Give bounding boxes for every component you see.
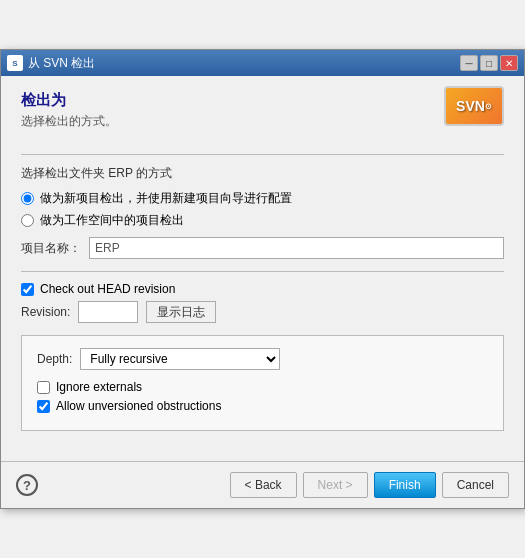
finish-button[interactable]: Finish (374, 472, 436, 498)
revision-input[interactable] (78, 301, 138, 323)
head-revision-label: Check out HEAD revision (40, 282, 175, 296)
depth-select[interactable]: Fully recursive Immediate children Only … (80, 348, 280, 370)
head-revision-row: Check out HEAD revision (21, 282, 504, 296)
header-area: 检出为 选择检出的方式。 SVN⊙ (21, 91, 504, 142)
next-button[interactable]: Next > (303, 472, 368, 498)
radio-option-2-label: 做为工作空间中的项目检出 (40, 212, 184, 229)
allow-unversioned-row: Allow unversioned obstructions (37, 399, 488, 413)
close-button[interactable]: ✕ (500, 55, 518, 71)
allow-unversioned-checkbox[interactable] (37, 400, 50, 413)
separator-2 (21, 271, 504, 272)
footer: ? < Back Next > Finish Cancel (1, 461, 524, 508)
svn-logo: SVN⊙ (444, 86, 504, 126)
section-subtitle: 选择检出的方式。 (21, 113, 117, 130)
footer-buttons: < Back Next > Finish Cancel (230, 472, 509, 498)
title-bar-left: S 从 SVN 检出 (7, 55, 95, 72)
header-text: 检出为 选择检出的方式。 (21, 91, 117, 142)
project-name-row: 项目名称： (21, 237, 504, 259)
section-title: 检出为 (21, 91, 117, 110)
back-button[interactable]: < Back (230, 472, 297, 498)
main-window: S 从 SVN 检出 ─ □ ✕ 检出为 选择检出的方式。 SVN⊙ 选择检出文… (0, 49, 525, 509)
head-revision-checkbox[interactable] (21, 283, 34, 296)
allow-unversioned-label: Allow unversioned obstructions (56, 399, 221, 413)
separator-1 (21, 154, 504, 155)
radio-group: 做为新项目检出，并使用新建项目向导进行配置 做为工作空间中的项目检出 (21, 190, 504, 229)
options-group: Depth: Fully recursive Immediate childre… (21, 335, 504, 431)
radio-option-1[interactable]: 做为新项目检出，并使用新建项目向导进行配置 (21, 190, 504, 207)
radio-option-1-label: 做为新项目检出，并使用新建项目向导进行配置 (40, 190, 292, 207)
radio-new-project[interactable] (21, 192, 34, 205)
minimize-button[interactable]: ─ (460, 55, 478, 71)
window-title: 从 SVN 检出 (28, 55, 95, 72)
show-log-button[interactable]: 显示日志 (146, 301, 216, 323)
window-icon: S (7, 55, 23, 71)
folder-label: 选择检出文件夹 ERP 的方式 (21, 165, 504, 182)
ignore-externals-label: Ignore externals (56, 380, 142, 394)
ignore-externals-checkbox[interactable] (37, 381, 50, 394)
depth-label: Depth: (37, 352, 72, 366)
radio-option-2[interactable]: 做为工作空间中的项目检出 (21, 212, 504, 229)
depth-row: Depth: Fully recursive Immediate childre… (37, 348, 488, 370)
maximize-button[interactable]: □ (480, 55, 498, 71)
ignore-externals-row: Ignore externals (37, 380, 488, 394)
revision-row: Revision: 显示日志 (21, 301, 504, 323)
cancel-button[interactable]: Cancel (442, 472, 509, 498)
title-buttons: ─ □ ✕ (460, 55, 518, 71)
help-button[interactable]: ? (16, 474, 38, 496)
title-bar: S 从 SVN 检出 ─ □ ✕ (1, 50, 524, 76)
project-name-label: 项目名称： (21, 240, 81, 257)
dialog-content: 检出为 选择检出的方式。 SVN⊙ 选择检出文件夹 ERP 的方式 做为新项目检… (1, 76, 524, 461)
project-name-input[interactable] (89, 237, 504, 259)
radio-workspace-project[interactable] (21, 214, 34, 227)
revision-label: Revision: (21, 305, 70, 319)
